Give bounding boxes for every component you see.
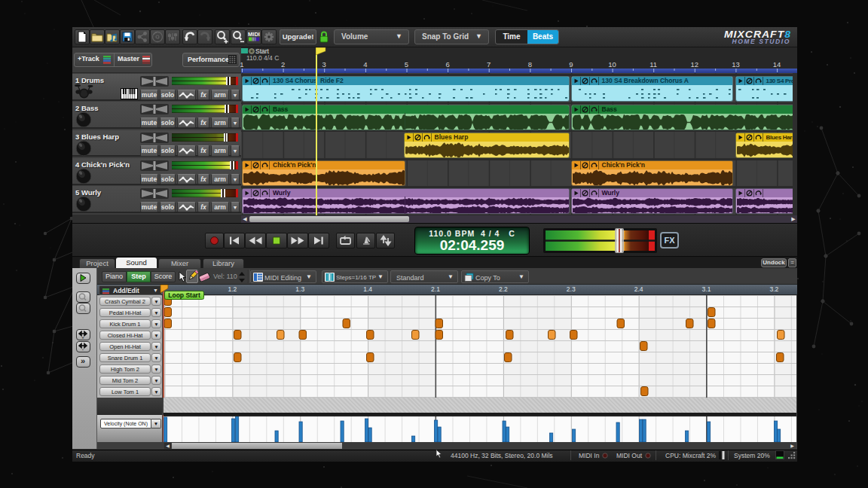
svg-text:+: +	[81, 335, 84, 340]
svg-text:MIDI: MIDI	[248, 31, 260, 38]
